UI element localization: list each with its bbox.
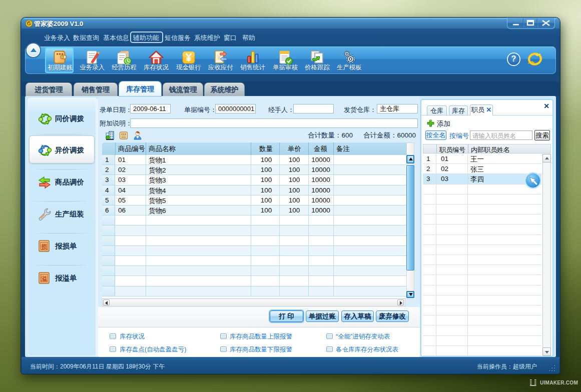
svg-text:溢: 溢 bbox=[41, 275, 47, 282]
svg-text:损: 损 bbox=[41, 243, 48, 250]
